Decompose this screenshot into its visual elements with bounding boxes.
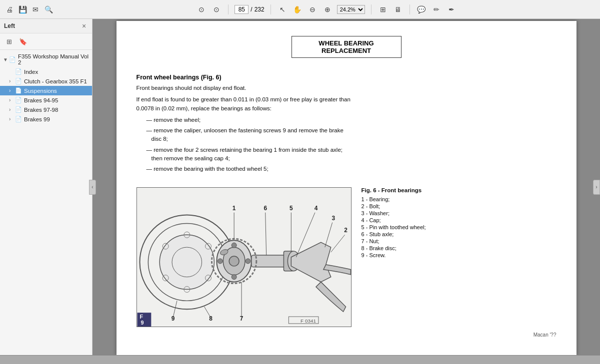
bullet-3: — remove the four 2 screws retaining the… xyxy=(146,146,352,163)
page-total: 232 xyxy=(254,6,264,13)
grid-icon-btn[interactable]: ⊞ xyxy=(3,35,15,47)
svg-text:8: 8 xyxy=(209,315,212,322)
diagram-svg: 1 6 5 4 3 xyxy=(137,188,351,327)
page-separator: / xyxy=(250,6,252,13)
svg-text:9: 9 xyxy=(140,320,144,326)
page-footer: Macan '?? xyxy=(136,332,556,338)
save-icon[interactable]: 💾 xyxy=(17,4,28,15)
top-toolbar: 🖨 💾 ✉ 🔍 ⊙ ⊙ 85 / 232 / 232 ↖ ✋ ⊖ ⊕ 24.2%… xyxy=(0,0,600,19)
fig-caption-title: Fig. 6 - Front bearings xyxy=(362,187,472,193)
fig-caption: Fig. 6 - Front bearings 1 - Bearing; 2 -… xyxy=(362,187,472,259)
footer-text: Macan '?? xyxy=(534,332,556,338)
fig-item-6: 6 - Stub axle; xyxy=(362,231,472,237)
title-box: WHEEL BEARING REPLACEMENT xyxy=(292,36,402,58)
zoom-out-icon[interactable]: ⊖ xyxy=(307,4,318,15)
pen-icon[interactable]: ✏ xyxy=(431,4,442,15)
tree-container: ▼ 📄 F355 Workshop Manual Vol 2 📄 Index ›… xyxy=(0,50,92,355)
bullet-1: — remove the wheel; xyxy=(146,116,352,124)
title-line2: REPLACEMENT xyxy=(302,47,391,54)
page-icon-suspensions: 📄 xyxy=(15,87,22,94)
tree-label-brakes94: Brakes 94-95 xyxy=(24,97,89,103)
nav-down-icon[interactable]: ⊙ xyxy=(211,4,222,15)
hand-tool-icon[interactable]: ✋ xyxy=(292,4,303,15)
tree-label-clutch: Clutch - Gearbox 355 F1 xyxy=(24,78,89,84)
comment-icon[interactable]: 💬 xyxy=(416,4,427,15)
monitor-icon[interactable]: 🖥 xyxy=(392,4,404,15)
svg-point-13 xyxy=(229,256,239,266)
text-column: Front wheel bearings (Fig. 6) Front bear… xyxy=(136,74,352,175)
svg-text:9: 9 xyxy=(171,315,174,322)
fig-caption-list: 1 - Bearing; 2 - Bolt; 3 - Washer; 4 - C… xyxy=(362,196,472,258)
tree-item-suspensions[interactable]: › 📄 Suspensions xyxy=(0,86,92,95)
page-content: WHEEL BEARING REPLACEMENT Front wheel be… xyxy=(116,21,576,355)
bottom-strip xyxy=(0,355,600,364)
paragraph-1: Front bearings should not display end fl… xyxy=(136,84,352,92)
svg-text:6: 6 xyxy=(264,205,267,212)
tree-item-index[interactable]: 📄 Index xyxy=(0,67,92,76)
book-icon: 📄 xyxy=(9,56,16,63)
tree-item-brakes94[interactable]: › 📄 Brakes 94-95 xyxy=(0,95,92,105)
svg-text:2: 2 xyxy=(344,227,348,234)
panel-title: Left xyxy=(4,22,15,29)
page-nav: 85 / 232 / 232 xyxy=(234,5,264,14)
collapse-left-button[interactable]: ‹ xyxy=(89,180,96,195)
tree-item-clutch[interactable]: › 📄 Clutch - Gearbox 355 F1 xyxy=(0,76,92,86)
collapse-right-button[interactable]: › xyxy=(593,180,600,195)
fig-item-9: 9 - Screw. xyxy=(362,252,472,258)
main-area: Left × ⊞ 🔖 ▼ 📄 F355 Workshop Manual Vol … xyxy=(0,19,600,355)
divider4 xyxy=(410,4,410,14)
svg-text:F: F xyxy=(140,314,143,320)
bullet-4: — remove the bearing with the toothed wh… xyxy=(146,165,352,173)
zoom-in-icon[interactable]: ⊕ xyxy=(322,4,333,15)
bookmark-icon-btn[interactable]: 🔖 xyxy=(17,35,29,47)
page-number-input[interactable]: 85 / 232 xyxy=(234,5,248,14)
svg-point-15 xyxy=(232,275,236,280)
svg-point-16 xyxy=(218,259,222,264)
page-icon-brakes94: 📄 xyxy=(15,97,22,103)
toolbar-center: ⊙ ⊙ 85 / 232 / 232 ↖ ✋ ⊖ ⊕ 24.2% 50% 75%… xyxy=(57,4,596,15)
fig-item-4: 4 - Cap; xyxy=(362,217,472,223)
svg-text:F 0341: F 0341 xyxy=(300,318,316,324)
tree-label-index: Index xyxy=(24,69,89,75)
divider2 xyxy=(270,4,271,14)
svg-point-3 xyxy=(160,235,214,290)
fig-item-8: 8 - Brake disc; xyxy=(362,245,472,251)
expander-clutch: › xyxy=(9,78,15,84)
divider3 xyxy=(371,4,372,14)
tree-item-brakes99[interactable]: › 📄 Brakes 99 xyxy=(0,114,92,124)
page-icon-clutch: 📄 xyxy=(15,78,22,84)
expander-brakes97: › xyxy=(9,107,15,112)
tree-label-brakes99: Brakes 99 xyxy=(24,116,89,122)
svg-point-17 xyxy=(245,259,250,264)
search-icon[interactable]: 🔍 xyxy=(43,4,54,15)
page-icon-index: 📄 xyxy=(15,68,22,75)
page-layout-icon[interactable]: ⊞ xyxy=(378,4,388,15)
page-icon-brakes97: 📄 xyxy=(15,106,22,113)
svg-text:1: 1 xyxy=(232,205,236,212)
nav-up-icon[interactable]: ⊙ xyxy=(196,4,207,15)
zoom-control: 24.2% 50% 75% 100% xyxy=(337,5,365,14)
svg-text:5: 5 xyxy=(290,205,293,212)
svg-text:4: 4 xyxy=(314,205,318,212)
zoom-select[interactable]: 24.2% 50% 75% 100% xyxy=(337,5,365,14)
fig-item-1: 1 - Bearing; xyxy=(362,196,472,202)
expander-root: ▼ xyxy=(3,57,9,62)
sign-icon[interactable]: ✒ xyxy=(446,4,457,15)
panel-close-button[interactable]: × xyxy=(80,22,88,30)
doc-area[interactable]: WHEEL BEARING REPLACEMENT Front wheel be… xyxy=(92,19,600,355)
tree-item-root[interactable]: ▼ 📄 F355 Workshop Manual Vol 2 xyxy=(0,52,92,67)
diagram-box: 1 6 5 4 3 xyxy=(136,187,352,327)
tree-label-root: F355 Workshop Manual Vol 2 xyxy=(18,53,89,65)
print-icon[interactable]: 🖨 xyxy=(4,4,15,15)
title-line1: WHEEL BEARING xyxy=(302,39,391,47)
right-column xyxy=(366,74,556,175)
fig-item-2: 2 - Bolt; xyxy=(362,203,472,209)
divider1 xyxy=(228,4,228,14)
cursor-tool-icon[interactable]: ↖ xyxy=(277,4,288,15)
bullet-2: — remove the caliper, unloosen the faste… xyxy=(146,126,352,144)
email-icon[interactable]: ✉ xyxy=(30,4,41,15)
panel-icons: ⊞ 🔖 xyxy=(0,33,92,50)
tree-label-suspensions: Suspensions xyxy=(24,88,89,94)
tree-item-brakes97[interactable]: › 📄 Brakes 97-98 xyxy=(0,105,92,114)
panel-header: Left × xyxy=(0,19,92,33)
